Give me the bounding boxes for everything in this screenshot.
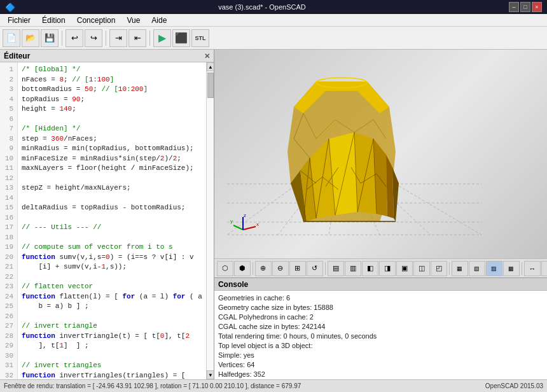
undo-button[interactable]: ↩: [66, 29, 83, 47]
close-button[interactable]: ×: [532, 2, 542, 12]
console-header: Console ✕: [214, 278, 547, 291]
move-y-button[interactable]: ↕: [541, 261, 547, 276]
view-sep-3: [449, 262, 450, 275]
code-area[interactable]: 1234567891011121314151617181920212223242…: [0, 62, 214, 379]
view-panel: 500 200 0: [214, 50, 547, 379]
viewport[interactable]: 500 200 0: [214, 50, 547, 258]
save-button[interactable]: 💾: [41, 29, 59, 47]
main-toolbar: 📄 📂 💾 ↩ ↪ ⇥ ⇤ ▶ ⬛ STL: [0, 27, 547, 50]
new-button[interactable]: 📄: [3, 29, 20, 47]
editor-panel: Éditeur ✕ 123456789101112131415161718192…: [0, 50, 214, 379]
console-line: Halfedges: 352: [218, 370, 547, 379]
editor-title: Éditeur: [4, 52, 30, 60]
zoom-in-button[interactable]: ⊕: [255, 261, 272, 276]
scroll-up-button[interactable]: ▲: [207, 62, 214, 71]
view-diag-button[interactable]: ◰: [431, 261, 447, 276]
reset-view-button[interactable]: ↺: [307, 261, 323, 276]
window-controls[interactable]: – □ ×: [509, 2, 542, 12]
console-line: CGAL Polyhedrons in cache: 2: [218, 312, 547, 322]
perspective-button[interactable]: ⬡: [217, 261, 233, 276]
svg-text:z: z: [244, 214, 246, 218]
console-line: CGAL cache size in bytes: 242144: [218, 322, 547, 332]
title-bar-icon: 🔷: [5, 3, 15, 12]
editor-header: Éditeur ✕: [0, 50, 214, 62]
menu-fichier[interactable]: Fichier: [3, 15, 36, 26]
render-mode-4-button[interactable]: ▩: [503, 261, 520, 276]
console-title: Console: [218, 280, 248, 289]
view-sep-4: [522, 262, 522, 275]
stl-button[interactable]: STL: [191, 29, 209, 47]
ortho-button[interactable]: ⬢: [234, 261, 251, 276]
status-left: Fenêtre de rendu: translation = [ -24.96…: [4, 382, 301, 389]
console-line: Geometry cache size in bytes: 15888: [218, 303, 547, 312]
minimize-button[interactable]: –: [509, 2, 519, 12]
editor-close-button[interactable]: ✕: [204, 52, 210, 60]
axis-svg: x y z: [227, 214, 259, 246]
menu-aide[interactable]: Aide: [146, 15, 172, 26]
console-panel: Console ✕ Geometries in cache: 6Geometry…: [214, 277, 547, 379]
vase-svg: [253, 56, 431, 241]
view-right-button[interactable]: ◨: [379, 261, 396, 276]
console-line: Vertices: 64: [218, 360, 547, 370]
scroll-track[interactable]: [207, 71, 214, 370]
menu-vue[interactable]: Vue: [121, 15, 145, 26]
unindent-button[interactable]: ⇤: [128, 29, 146, 47]
zoom-fit-button[interactable]: ⊞: [289, 261, 306, 276]
view-left-button[interactable]: ◧: [362, 261, 378, 276]
editor-scrollbar[interactable]: ▲ ▼: [206, 62, 214, 379]
view-sep-1: [253, 262, 253, 275]
console-line: Simple: yes: [218, 351, 547, 360]
menu-edition[interactable]: Édition: [37, 15, 71, 26]
menu-conception[interactable]: Conception: [72, 15, 121, 26]
scroll-thumb[interactable]: [207, 73, 214, 98]
open-button[interactable]: 📂: [22, 29, 39, 47]
svg-line-57: [243, 227, 256, 230]
maximize-button[interactable]: □: [520, 2, 530, 12]
main-area: Éditeur ✕ 123456789101112131415161718192…: [0, 50, 547, 379]
toolbar-separator-1: [62, 31, 62, 46]
render-mode-1-button[interactable]: ▦: [452, 261, 468, 276]
line-numbers: 1234567891011121314151617181920212223242…: [0, 62, 18, 379]
indent-button[interactable]: ⇥: [109, 29, 127, 47]
code-content[interactable]: /* [Global] */nFaces = 8; // [1:100]bott…: [18, 62, 206, 379]
title-bar-title: vase (3).scad* - OpenSCAD: [218, 3, 306, 11]
render-mode-3-button[interactable]: ▨: [486, 261, 502, 276]
vase-3d: [253, 56, 456, 234]
console-line: Top level object is a 3D object:: [218, 341, 547, 351]
zoom-out-button[interactable]: ⊖: [272, 261, 289, 276]
view-bottom-button[interactable]: ▥: [345, 261, 361, 276]
console-line: Total rendering time: 0 hours, 0 minutes…: [218, 332, 547, 341]
redo-button[interactable]: ↪: [85, 29, 102, 47]
view-toolbar: ⬡ ⬢ ⊕ ⊖ ⊞ ↺ ▤ ▥ ◧ ◨ ▣ ◫ ◰ ▦ ▧ ▨ ▩ ↔ ↕ ⤢: [214, 258, 547, 277]
title-bar: 🔷 vase (3).scad* - OpenSCAD – □ ×: [0, 0, 547, 14]
view-top-button[interactable]: ▤: [328, 261, 344, 276]
axis-indicator: x y z: [227, 214, 259, 246]
toolbar-separator-3: [149, 31, 150, 46]
svg-line-59: [233, 225, 243, 230]
menu-bar: Fichier Édition Conception Vue Aide: [0, 14, 547, 27]
view-sep-2: [325, 262, 326, 275]
move-x-button[interactable]: ↔: [524, 261, 541, 276]
console-line: Geometries in cache: 6: [218, 293, 547, 303]
toolbar-separator-2: [106, 31, 106, 46]
status-right: OpenSCAD 2015.03: [485, 382, 543, 389]
render-mode-2-button[interactable]: ▧: [469, 261, 485, 276]
view-front-button[interactable]: ▣: [396, 261, 413, 276]
console-content: Geometries in cache: 6Geometry cache siz…: [214, 291, 547, 379]
scroll-down-button[interactable]: ▼: [207, 370, 214, 379]
svg-text:y: y: [230, 218, 233, 224]
svg-text:x: x: [256, 221, 259, 227]
svg-marker-28: [354, 132, 377, 214]
render-button[interactable]: ⬛: [172, 29, 190, 47]
view-back-button[interactable]: ◫: [413, 261, 430, 276]
preview-button[interactable]: ▶: [153, 29, 171, 47]
status-bar: Fenêtre de rendu: translation = [ -24.96…: [0, 379, 547, 392]
